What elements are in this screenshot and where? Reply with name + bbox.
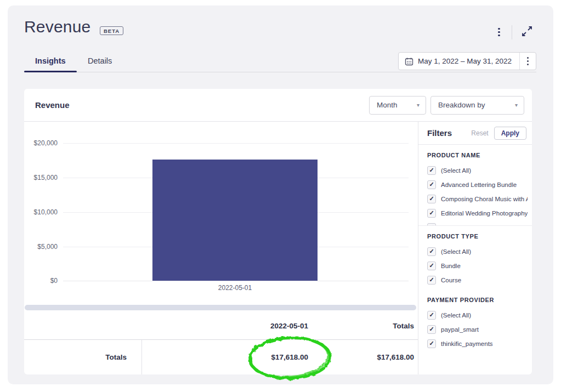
table-cell-grand-total: $17,618.00 [308,340,414,374]
filters-title: Filters [427,128,452,138]
breakdown-dropdown[interactable]: Breakdown by ▾ [430,96,524,115]
dot [498,31,500,33]
dot [527,60,529,62]
filters-header: Filters Reset Apply [418,122,532,145]
checkbox-checked-icon[interactable]: ✓ [427,262,436,270]
y-tick-label: $5,000 [24,243,58,251]
table-row-label: Totals [24,340,127,374]
table-header-totals: Totals [308,313,414,340]
table-header-date: 2022-05-01 [141,313,308,340]
date-range-label: May 1, 2022 – May 31, 2022 [418,57,512,65]
checkbox-checked-icon[interactable]: ✓ [427,339,436,348]
chevron-down-icon: ▾ [515,102,518,108]
expand-fullscreen-icon[interactable] [521,25,533,37]
product-name-option-list: ✓ (Select All) ✓ Advanced Lettering Bund… [418,163,532,226]
product-type-option-list: ✓ (Select All) ✓ Bundle ✓ Course [418,245,532,287]
revenue-bar-chart: $20,000 $15,000 $10,000 $5,000 $0 2022-0… [24,122,418,374]
filter-option[interactable]: ✓ Composing Choral Music with Andre… [418,192,532,206]
calendar-icon [405,57,413,66]
interval-dropdown[interactable]: Month ▾ [369,96,426,115]
filter-option-label: Advanced Lettering Bundle [441,181,517,188]
interval-dropdown-value: Month [377,101,398,109]
filters-sidebar: Filters Reset Apply PRODUCT NAME ✓ (Sele… [418,122,532,374]
reset-filters-link[interactable]: Reset [471,129,488,137]
report-card: Revenue BETA Insights Details [8,5,553,384]
filter-option[interactable]: ✓ Advanced Lettering Bundle [418,178,532,192]
date-range-picker[interactable]: May 1, 2022 – May 31, 2022 [398,52,536,70]
panel-header: Revenue Month ▾ Breakdown by ▾ [24,89,532,122]
checkbox-checked-icon[interactable]: ✓ [427,325,436,334]
panel-title: Revenue [35,100,70,110]
revenue-report-page: Revenue BETA Insights Details [0,0,561,392]
checkbox-checked-icon[interactable]: ✓ [427,209,436,218]
checkbox-checked-icon[interactable]: ✓ [427,180,436,189]
dot [527,64,529,65]
gridline [63,143,409,144]
dot [498,28,500,30]
checkbox-checked-icon[interactable]: ✓ [427,247,436,256]
filter-option-label: Editorial Wedding Photography with … [441,210,528,217]
filter-option[interactable]: ✓ (Select All) [418,245,532,259]
filter-option[interactable]: ✓ Editorial Wedding Photography with … [418,206,532,220]
filter-option[interactable]: ✓ paypal_smart [418,322,532,337]
beta-badge: BETA [100,26,123,35]
tab-details[interactable]: Details [88,56,112,65]
filter-option-label: Composing Choral Music with Andre… [441,196,528,202]
filter-option[interactable]: ✓ thinkific_payments [418,337,532,351]
y-tick-label: $0 [24,277,58,285]
filter-option-label: (Select All) [441,248,471,255]
table-cell-date-total: $17,618.00 [141,340,308,374]
filter-option[interactable]: ✓ Course [418,273,532,287]
dot [498,35,500,37]
x-axis-line [63,281,409,281]
chevron-down-icon: ▾ [417,102,420,108]
y-tick-label: $10,000 [24,208,58,216]
filter-option-label: Bundle [441,263,461,269]
checkbox-checked-icon[interactable]: ✓ [427,195,436,203]
tab-insights[interactable]: Insights [35,56,66,65]
checkbox-checked-icon[interactable]: ✓ [427,276,436,285]
filter-section-payment-provider: PAYMENT PROVIDER [427,297,523,303]
filter-option-label: paypal_smart [441,326,479,333]
checkbox-checked-icon[interactable]: ✓ [427,166,436,175]
y-tick-label: $15,000 [24,174,58,181]
tabs-divider [24,72,536,72]
revenue-panel: Revenue Month ▾ Breakdown by ▾ [24,89,532,374]
dot [527,57,529,59]
filter-option-label: thinkific_payments [441,340,493,347]
active-tab-underline [24,71,77,72]
filter-option-label: (Select All) [441,167,471,174]
expand-arrows-icon [521,25,533,37]
date-range-more-icon[interactable] [520,56,536,66]
revenue-bar[interactable] [152,160,318,281]
filter-option-label: Hand Engraving with Pescaia Art [441,224,528,226]
filter-option[interactable]: ✓ Bundle [418,259,532,273]
checkbox-checked-icon[interactable]: ✓ [427,223,436,226]
y-tick-label: $20,000 [24,139,58,147]
panel-body: $20,000 $15,000 $10,000 $5,000 $0 2022-0… [24,122,532,374]
filter-option[interactable]: ✓ (Select All) [418,308,532,322]
payment-provider-option-list: ✓ (Select All) ✓ paypal_smart ✓ thinkifi… [418,308,532,351]
x-tick-label: 2022-05-01 [152,284,318,292]
horizontal-scrollbar[interactable] [25,305,416,310]
filter-option[interactable]: ✓ Hand Engraving with Pescaia Art [418,220,532,226]
header-divider [512,25,512,39]
filter-option-label: Course [441,277,461,283]
filter-option-label: (Select All) [441,312,471,319]
breakdown-dropdown-value: Breakdown by [438,101,485,109]
filter-option[interactable]: ✓ (Select All) [418,163,532,178]
more-options-icon[interactable] [495,26,503,38]
filter-section-product-name: PRODUCT NAME [427,152,523,158]
page-title: Revenue [24,18,91,36]
filter-section-product-type: PRODUCT TYPE [427,233,523,240]
checkbox-checked-icon[interactable]: ✓ [427,311,436,320]
apply-filters-button[interactable]: Apply [494,127,526,140]
